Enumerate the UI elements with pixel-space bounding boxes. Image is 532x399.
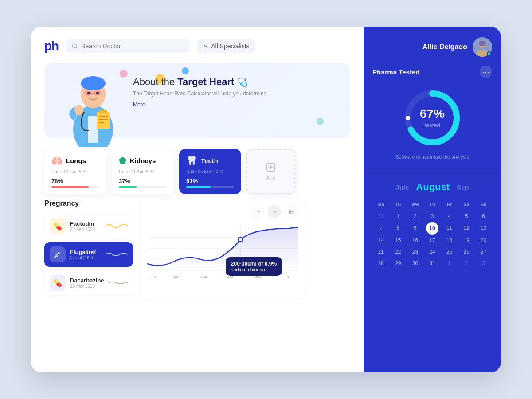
- kidneys-title: Kidneys: [130, 157, 156, 164]
- add-card[interactable]: Add: [246, 149, 295, 194]
- cal-cell[interactable]: 17: [424, 235, 441, 246]
- cal-cell[interactable]: 28: [372, 258, 390, 269]
- cal-today[interactable]: 10: [426, 222, 438, 235]
- cal-header-mo: Mo: [372, 200, 390, 211]
- teeth-percent: 51%: [186, 178, 234, 184]
- cal-cell[interactable]: 8: [390, 222, 407, 235]
- cal-cell[interactable]: 13: [475, 222, 492, 235]
- dacarbazine-date: 18 Mar 2020: [70, 284, 104, 289]
- cal-cell[interactable]: 31: [372, 211, 390, 222]
- lungs-percent: 78%: [51, 178, 99, 184]
- hero-subtitle: The Target Heart Rate Calculator will he…: [133, 90, 337, 97]
- kidneys-percent: 37%: [119, 178, 167, 184]
- heart-icon: 🩺: [237, 77, 248, 87]
- online-indicator: [487, 51, 491, 56]
- svg-point-23: [238, 237, 243, 242]
- cal-cell[interactable]: 25: [441, 246, 458, 258]
- pill-decoration: [317, 118, 324, 125]
- cal-cell[interactable]: 12: [458, 222, 475, 235]
- factodin-date: 22 Feb 2020: [70, 227, 101, 232]
- dacarbazine-item[interactable]: 💊 Dacarbazine 18 Mar 2020: [44, 270, 133, 295]
- next-month-label: Sep: [457, 184, 469, 191]
- cal-cell[interactable]: 14: [372, 235, 390, 246]
- cal-cell[interactable]: 30: [407, 258, 424, 269]
- cal-header-fr: Fr: [441, 200, 458, 211]
- cal-cell[interactable]: 2: [407, 211, 424, 222]
- chevron-down-icon: [203, 43, 208, 49]
- search-input[interactable]: [81, 43, 184, 50]
- prev-month-label: Jule: [395, 184, 409, 191]
- cal-cell[interactable]: 31: [424, 258, 441, 269]
- pharma-label: tested: [424, 122, 440, 129]
- cal-cell[interactable]: 23: [407, 246, 424, 258]
- cal-cell[interactable]: 1: [390, 211, 407, 222]
- pill-decoration: [182, 67, 189, 74]
- cal-header-th: Th: [424, 200, 441, 211]
- factodin-icon: 💊: [50, 218, 66, 234]
- svg-text:Mar: Mar: [200, 275, 207, 279]
- calendar-section: Jule August Sep Mo Tu We Th Fr Sa Su 31 …: [364, 172, 501, 372]
- cal-cell[interactable]: 5: [458, 211, 475, 222]
- svg-text:Feb: Feb: [174, 275, 181, 279]
- search-icon: [72, 43, 78, 49]
- teeth-title: Teeth: [201, 157, 218, 164]
- cal-cell[interactable]: 20: [475, 235, 492, 246]
- cal-cell[interactable]: 7: [372, 222, 390, 235]
- cal-cell[interactable]: 1: [441, 258, 458, 269]
- pharma-title: Pharma Tested: [372, 68, 419, 76]
- more-options-btn[interactable]: ···: [480, 66, 492, 78]
- factodin-item[interactable]: 💊 Factodin 22 Feb 2020: [44, 214, 133, 239]
- dacarbazine-wave: [109, 278, 128, 287]
- doctor-illustration: [49, 59, 137, 138]
- line-chart-btn[interactable]: 〜: [251, 205, 264, 218]
- flugalin-item[interactable]: 💉 Flugalin® 07 Jul 2020: [44, 242, 133, 267]
- teeth-card[interactable]: 🦷 Teeth Date: 05 Nov 2020 51%: [179, 149, 241, 194]
- add-icon: [266, 162, 276, 172]
- cal-cell[interactable]: 27: [475, 246, 492, 258]
- flugalin-name: Flugalin®: [70, 249, 101, 255]
- svg-line-1: [76, 47, 77, 48]
- calendar-nav: Jule August Sep: [372, 181, 492, 193]
- svg-point-0: [73, 44, 77, 48]
- cal-cell[interactable]: 19: [458, 235, 475, 246]
- cal-cell[interactable]: 9: [407, 222, 424, 235]
- cal-cell[interactable]: 21: [372, 246, 390, 258]
- cal-cell[interactable]: 4: [441, 211, 458, 222]
- circle-chart-btn[interactable]: ○: [268, 205, 281, 218]
- dacarbazine-name: Dacarbazine: [70, 277, 104, 284]
- more-link[interactable]: More...: [133, 102, 149, 108]
- specialists-dropdown[interactable]: All Specialists: [197, 39, 255, 53]
- chart-controls: 〜 ○ ▦: [147, 205, 298, 218]
- cal-cell[interactable]: 16: [407, 235, 424, 246]
- lungs-icon: 🫁: [51, 155, 63, 166]
- header: ph All Specialists: [44, 39, 350, 53]
- cal-cell[interactable]: 2: [458, 258, 475, 269]
- cards-chart-row: 🫁 Lungs Date: 12 Jan 2020 78% ⬟ Kidneys: [44, 149, 350, 299]
- cal-cell[interactable]: 18: [441, 235, 458, 246]
- cal-cell[interactable]: 22: [390, 246, 407, 258]
- pregnancy-title: Pregrancy: [44, 200, 133, 207]
- pregnancy-meds-row: Pregrancy 💊 Factodin 22 Feb 2020: [44, 200, 305, 299]
- add-label: Add: [266, 175, 275, 181]
- cal-cell[interactable]: 15: [390, 235, 407, 246]
- cal-header-we: We: [407, 200, 424, 211]
- lungs-card[interactable]: 🫁 Lungs Date: 12 Jan 2020 78%: [44, 149, 106, 194]
- cal-cell[interactable]: 24: [424, 246, 441, 258]
- donut-chart: 67% tested: [372, 87, 492, 149]
- cal-cell[interactable]: 3: [424, 211, 441, 222]
- bar-chart-btn[interactable]: ▦: [285, 205, 298, 218]
- cal-cell[interactable]: 6: [475, 211, 492, 222]
- cal-cell[interactable]: 29: [390, 258, 407, 269]
- right-panel: Allie Delgado Pharma Tested ···: [364, 27, 501, 372]
- pharma-section: Pharma Tested ··· 67% tested Software to…: [364, 66, 501, 172]
- current-month-label: August: [416, 181, 450, 193]
- cal-cell[interactable]: 11: [441, 222, 458, 235]
- chart-svg-wrap: 200-300ml of 0.9% sodium chloride.: [147, 222, 298, 281]
- factodin-name: Factodin: [70, 220, 101, 227]
- cal-cell[interactable]: 26: [458, 246, 475, 258]
- kidneys-card[interactable]: ⬟ Kidneys Date: 11 Apr 2020 37%: [112, 149, 174, 194]
- pharma-header: Pharma Tested ···: [372, 66, 492, 78]
- search-bar[interactable]: [66, 39, 190, 53]
- pharma-percent: 67%: [420, 107, 445, 121]
- cal-cell[interactable]: 3: [475, 258, 492, 269]
